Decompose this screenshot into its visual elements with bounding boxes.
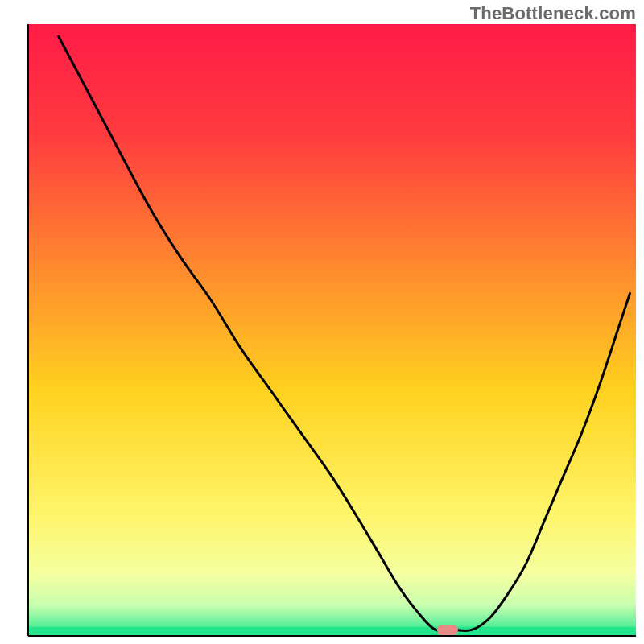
bottleneck-chart [0,0,644,644]
baseline-strip [28,627,636,636]
plot-background [28,24,636,636]
optimum-marker [437,625,458,635]
watermark-text: TheBottleneck.com [470,3,636,24]
chart-container: TheBottleneck.com [0,0,644,644]
